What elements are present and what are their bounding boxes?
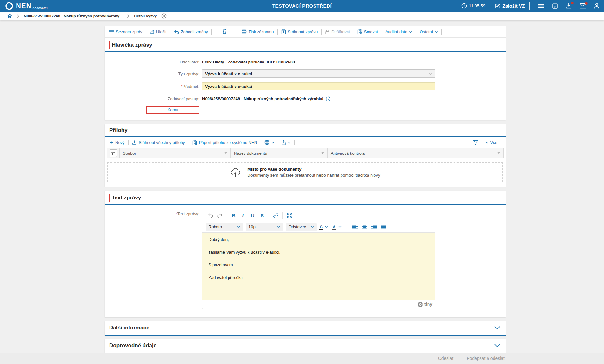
- predmet-label: *Předmět:: [105, 84, 199, 89]
- column-header-soubor[interactable]: Soubor: [120, 148, 231, 158]
- unlock-icon: [325, 29, 329, 34]
- send-button[interactable]: Odeslat: [438, 356, 453, 361]
- link-icon[interactable]: [271, 211, 281, 220]
- create-vz-label: Založit VZ: [502, 3, 525, 9]
- dalsi-informace-card: Další informace: [105, 321, 506, 336]
- save-button[interactable]: Uložit: [149, 29, 167, 34]
- new-attachment-button[interactable]: Nový: [109, 140, 125, 145]
- mail-badge: [585, 2, 588, 5]
- komu-label-cell: Komu: [105, 106, 199, 114]
- message-text-card: Text zprávy *Text zprávy: B I U S: [105, 191, 506, 317]
- typ-zpravy-select[interactable]: Výzva k účasti v e-aukci: [202, 69, 435, 78]
- list-icon: [109, 30, 114, 34]
- clipboard-download-icon: [281, 29, 286, 34]
- font-family-select[interactable]: Roboto: [206, 223, 243, 231]
- other-menu[interactable]: Ostatní: [420, 29, 438, 34]
- attachments-dropzone[interactable]: Místo pro vaše dokumenty Dokumenty sem m…: [107, 162, 503, 182]
- clipboard-delete-icon: [357, 29, 362, 34]
- dropdown-triangle-icon: [435, 31, 438, 33]
- block-format-select[interactable]: Odstavec: [286, 223, 317, 231]
- predmet-input[interactable]: Výzva k účasti v e-aukci: [202, 82, 435, 90]
- align-center-icon[interactable]: [360, 223, 369, 231]
- redo-icon[interactable]: [215, 211, 225, 220]
- download-message-button[interactable]: Stáhnout zprávu: [281, 29, 318, 34]
- column-header-antivir[interactable]: Antivirová kontrola: [328, 148, 503, 158]
- cloud-upload-icon: [230, 167, 242, 177]
- award-icon[interactable]: [222, 29, 227, 35]
- user-icon[interactable]: [594, 3, 600, 9]
- column-settings-button[interactable]: [110, 149, 117, 157]
- highlight-color-button[interactable]: [332, 224, 342, 230]
- dropdown-triangle-icon: [486, 142, 488, 144]
- typ-zpravy-label: Typ zprávy:: [105, 71, 199, 76]
- download-all-attachments-button[interactable]: Stáhnout všechny přílohy: [132, 140, 185, 145]
- underline-button[interactable]: U: [248, 211, 257, 220]
- rich-text-editor: B I U S Roboto 10pt: [202, 210, 435, 309]
- fullscreen-icon[interactable]: [285, 211, 294, 220]
- filter-icon[interactable]: [473, 140, 478, 145]
- mail-icon[interactable]: [580, 3, 586, 9]
- downloads-badge: [571, 2, 574, 4]
- clipboard-attach-icon: [192, 140, 197, 145]
- info-icon[interactable]: [326, 96, 331, 101]
- zadavaci-postup-value: N006/25/V00007248 - Nákup různých potrav…: [202, 96, 323, 101]
- expand-chevron-icon[interactable]: [494, 326, 501, 330]
- bold-button[interactable]: B: [229, 211, 238, 220]
- download-icon: [132, 140, 137, 145]
- align-right-icon[interactable]: [369, 223, 379, 231]
- filter-vse-menu[interactable]: Vše: [486, 140, 497, 145]
- font-size-select[interactable]: 10pt: [246, 223, 283, 231]
- attachments-toolbar: Nový Stáhnout všechny přílohy Připojit p…: [105, 137, 506, 148]
- dropzone-hint: Dokumenty sem můžete přetáhnout nebo nah…: [247, 173, 380, 178]
- downloads-icon[interactable]: [566, 3, 572, 9]
- chevron-down-icon: [325, 226, 328, 228]
- expand-chevron-icon[interactable]: [494, 344, 501, 348]
- message-list-button[interactable]: Seznam zpráv: [109, 29, 142, 34]
- editor-toolbar-row1: B I U S: [202, 210, 435, 221]
- audit-data-menu[interactable]: Auditní data: [385, 29, 412, 34]
- dropdown-triangle-icon: [271, 142, 274, 144]
- delete-button[interactable]: Smazat: [357, 29, 378, 34]
- create-vz-button[interactable]: Založit VZ: [494, 3, 525, 9]
- section-title-dalsi-informace: Další informace: [109, 325, 149, 331]
- highlighter-icon: [332, 224, 337, 230]
- text-color-button[interactable]: A: [319, 224, 328, 230]
- menu-icon[interactable]: [538, 3, 544, 9]
- align-justify-icon[interactable]: [379, 223, 388, 231]
- editor-line: S pozdravem: [209, 263, 429, 267]
- editor-content[interactable]: Dobrý den, zasíláme Vám výzvu k účasti v…: [202, 233, 435, 300]
- align-left-icon[interactable]: [350, 223, 360, 231]
- undo-icon[interactable]: [206, 211, 215, 220]
- section-title-text-zpravy: Text zprávy: [109, 194, 143, 202]
- undo-icon: [174, 30, 179, 34]
- sign-and-send-button[interactable]: Podepsat a odeslat: [467, 356, 505, 361]
- breadcrumb-procedure[interactable]: N006/25/V00007248 - Nákup různých potrav…: [24, 14, 123, 18]
- attachments-card: Přílohy Nový Stáhnout všechny přílohy Př…: [105, 124, 506, 187]
- close-tab-icon[interactable]: [161, 13, 167, 19]
- nen-logo[interactable]: NEN Zadavatel: [4, 1, 48, 11]
- print-attachments-menu[interactable]: [264, 140, 274, 145]
- breadcrumb-current[interactable]: Detail výzvy: [134, 14, 157, 18]
- column-filter-icon: [497, 152, 500, 154]
- doprovodne-udaje-card: Doprovodné údaje: [105, 339, 506, 353]
- attach-from-nen-button[interactable]: Připojit přílohu ze systému NEN: [192, 140, 257, 145]
- home-icon[interactable]: [7, 14, 12, 19]
- export-attachments-menu[interactable]: [282, 140, 291, 145]
- decrypt-button[interactable]: Dešifrovat: [325, 29, 350, 34]
- column-header-nazev[interactable]: Název dokumentu: [231, 148, 328, 158]
- italic-button[interactable]: I: [238, 211, 248, 220]
- tinymce-brand[interactable]: tiny: [424, 302, 432, 307]
- record-toolbar: Seznam zpráv Uložit Zahodit změny Tisk z…: [105, 26, 506, 38]
- zadavaci-postup-label: Zadávací postup:: [105, 96, 199, 101]
- komu-link[interactable]: Komu: [146, 106, 199, 114]
- breadcrumb: N006/25/V00007248 - Nákup různých potrav…: [0, 12, 604, 20]
- discard-changes-button[interactable]: Zahodit změny: [174, 29, 208, 34]
- chevron-right-icon: [17, 14, 19, 18]
- editor-line: zasíláme Vám výzvu k účasti v e-aukci.: [209, 250, 429, 255]
- server-time: 11:05:59: [461, 3, 486, 9]
- strikethrough-button[interactable]: S: [257, 211, 267, 220]
- header-divider: [490, 2, 490, 10]
- print-record-button[interactable]: Tisk záznamu: [242, 29, 274, 34]
- footer-action-bar: Odeslat Podepsat a odeslat: [0, 353, 604, 364]
- calendar-icon[interactable]: [552, 3, 558, 9]
